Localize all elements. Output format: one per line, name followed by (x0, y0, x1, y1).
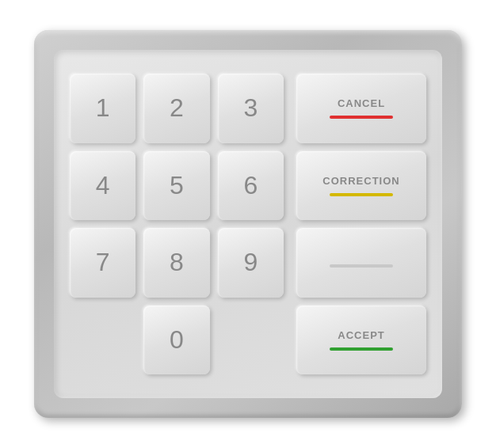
cancel-label: CANCEL (338, 97, 385, 109)
key-empty-right (218, 306, 284, 375)
accept-label: ACCEPT (338, 329, 384, 341)
correction-button[interactable]: CORRECTION (296, 151, 426, 221)
key-6[interactable]: 6 (218, 151, 284, 221)
action-panel: CANCEL CORRECTION ACCEPT (296, 74, 426, 374)
key-2[interactable]: 2 (143, 74, 209, 143)
cancel-indicator (330, 116, 393, 119)
correction-label: CORRECTION (322, 175, 399, 187)
numpad-grid: 1 2 3 4 5 6 7 8 9 0 (70, 74, 284, 374)
key-7[interactable]: 7 (70, 228, 135, 298)
key-1[interactable]: 1 (70, 74, 135, 143)
key-0[interactable]: 0 (143, 306, 209, 375)
key-empty-left (70, 306, 135, 375)
accept-indicator (330, 347, 393, 351)
blank-button[interactable] (296, 228, 426, 298)
atm-inner-panel: 1 2 3 4 5 6 7 8 9 0 CANCEL CORRECTION (54, 50, 442, 398)
atm-outer-frame: 1 2 3 4 5 6 7 8 9 0 CANCEL CORRECTION (34, 30, 462, 418)
blank-indicator (330, 264, 393, 268)
key-8[interactable]: 8 (143, 228, 209, 298)
accept-button[interactable]: ACCEPT (296, 306, 426, 375)
key-3[interactable]: 3 (218, 74, 284, 143)
key-9[interactable]: 9 (218, 228, 284, 298)
cancel-button[interactable]: CANCEL (296, 74, 426, 143)
correction-indicator (330, 193, 393, 196)
key-5[interactable]: 5 (143, 151, 209, 221)
key-4[interactable]: 4 (70, 151, 135, 221)
